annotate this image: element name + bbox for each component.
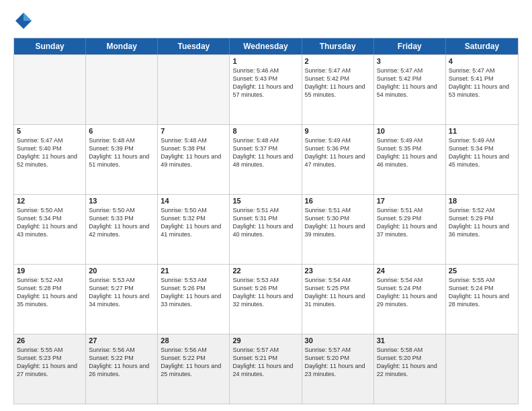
calendar-cell: 6Sunrise: 5:48 AMSunset: 5:39 PMDaylight… [86,125,158,194]
cell-info: Sunrise: 5:50 AMSunset: 5:34 PMDaylight:… [17,207,77,238]
calendar-cell: 7Sunrise: 5:48 AMSunset: 5:38 PMDaylight… [158,125,230,194]
calendar-cell: 28Sunrise: 5:56 AMSunset: 5:22 PMDayligh… [158,334,230,404]
calendar-row: 12Sunrise: 5:50 AMSunset: 5:34 PMDayligh… [14,194,518,264]
cell-info: Sunrise: 5:55 AMSunset: 5:24 PMDaylight:… [449,277,509,308]
day-number: 4 [449,57,515,65]
calendar-cell: 4Sunrise: 5:47 AMSunset: 5:41 PMDaylight… [446,55,518,124]
day-number: 20 [89,267,154,275]
weekday-header: Thursday [302,38,374,54]
cell-info: Sunrise: 5:56 AMSunset: 5:22 PMDaylight:… [161,347,221,377]
day-number: 30 [305,336,371,345]
calendar-cell: 29Sunrise: 5:57 AMSunset: 5:21 PMDayligh… [230,334,302,404]
day-number: 14 [161,197,226,205]
weekday-header: Sunday [14,38,86,54]
calendar-cell: 23Sunrise: 5:54 AMSunset: 5:25 PMDayligh… [302,265,374,334]
day-number: 23 [305,267,371,275]
cell-info: Sunrise: 5:48 AMSunset: 5:37 PMDaylight:… [232,137,293,168]
day-number: 16 [305,197,371,205]
cell-info: Sunrise: 5:53 AMSunset: 5:26 PMDaylight:… [161,277,221,308]
day-number: 17 [377,197,443,205]
cell-info: Sunrise: 5:53 AMSunset: 5:27 PMDaylight:… [89,277,149,308]
day-number: 18 [449,197,515,205]
day-number: 15 [232,197,298,205]
day-number: 3 [377,57,443,65]
day-number: 10 [377,127,443,135]
cell-info: Sunrise: 5:57 AMSunset: 5:21 PMDaylight:… [232,347,293,377]
calendar-body: 1Sunrise: 5:46 AMSunset: 5:43 PMDaylight… [14,54,518,404]
calendar-cell: 3Sunrise: 5:47 AMSunset: 5:42 PMDaylight… [374,55,446,124]
calendar-cell: 12Sunrise: 5:50 AMSunset: 5:34 PMDayligh… [14,195,86,264]
day-number: 13 [89,197,154,205]
calendar-cell [446,334,518,404]
cell-info: Sunrise: 5:46 AMSunset: 5:43 PMDaylight:… [232,67,293,98]
calendar-cell: 15Sunrise: 5:51 AMSunset: 5:31 PMDayligh… [230,195,302,264]
page: SundayMondayTuesdayWednesdayThursdayFrid… [0,0,532,411]
cell-info: Sunrise: 5:50 AMSunset: 5:33 PMDaylight:… [89,207,149,238]
calendar-header: SundayMondayTuesdayWednesdayThursdayFrid… [14,38,518,54]
calendar-cell: 13Sunrise: 5:50 AMSunset: 5:33 PMDayligh… [86,195,158,264]
calendar-row: 5Sunrise: 5:47 AMSunset: 5:40 PMDaylight… [14,124,518,194]
cell-info: Sunrise: 5:51 AMSunset: 5:30 PMDaylight:… [305,207,365,238]
calendar-cell: 20Sunrise: 5:53 AMSunset: 5:27 PMDayligh… [86,265,158,334]
weekday-header: Saturday [446,38,518,54]
day-number: 27 [89,336,154,345]
calendar-cell: 16Sunrise: 5:51 AMSunset: 5:30 PMDayligh… [302,195,374,264]
calendar-cell: 21Sunrise: 5:53 AMSunset: 5:26 PMDayligh… [158,265,230,334]
calendar-row: 1Sunrise: 5:46 AMSunset: 5:43 PMDaylight… [14,54,518,124]
svg-marker-1 [24,13,32,21]
cell-info: Sunrise: 5:56 AMSunset: 5:22 PMDaylight:… [89,347,149,377]
logo-icon [13,11,34,31]
calendar-cell [86,55,158,124]
calendar-cell: 14Sunrise: 5:50 AMSunset: 5:32 PMDayligh… [158,195,230,264]
weekday-header: Friday [374,38,446,54]
calendar-cell: 8Sunrise: 5:48 AMSunset: 5:37 PMDaylight… [230,125,302,194]
cell-info: Sunrise: 5:58 AMSunset: 5:20 PMDaylight:… [377,347,437,377]
day-number: 1 [232,57,298,65]
calendar-row: 26Sunrise: 5:55 AMSunset: 5:23 PMDayligh… [14,334,518,404]
cell-info: Sunrise: 5:55 AMSunset: 5:23 PMDaylight:… [17,347,77,377]
day-number: 25 [449,267,515,275]
calendar-cell [158,55,230,124]
calendar-cell: 31Sunrise: 5:58 AMSunset: 5:20 PMDayligh… [374,334,446,404]
day-number: 28 [161,336,226,345]
cell-info: Sunrise: 5:48 AMSunset: 5:38 PMDaylight:… [161,137,221,168]
calendar-cell [14,55,86,124]
cell-info: Sunrise: 5:47 AMSunset: 5:42 PMDaylight:… [305,67,365,98]
cell-info: Sunrise: 5:47 AMSunset: 5:42 PMDaylight:… [377,67,437,98]
cell-info: Sunrise: 5:53 AMSunset: 5:26 PMDaylight:… [232,277,293,308]
day-number: 7 [161,127,226,135]
calendar-cell: 19Sunrise: 5:52 AMSunset: 5:28 PMDayligh… [14,265,86,334]
day-number: 22 [232,267,298,275]
weekday-header: Tuesday [158,38,230,54]
calendar-cell: 26Sunrise: 5:55 AMSunset: 5:23 PMDayligh… [14,334,86,404]
cell-info: Sunrise: 5:49 AMSunset: 5:34 PMDaylight:… [449,137,509,168]
weekday-header: Monday [86,38,158,54]
calendar-cell: 10Sunrise: 5:49 AMSunset: 5:35 PMDayligh… [374,125,446,194]
logo [13,11,36,31]
calendar-cell: 25Sunrise: 5:55 AMSunset: 5:24 PMDayligh… [446,265,518,334]
calendar-cell: 11Sunrise: 5:49 AMSunset: 5:34 PMDayligh… [446,125,518,194]
cell-info: Sunrise: 5:52 AMSunset: 5:29 PMDaylight:… [449,207,509,238]
day-number: 8 [232,127,298,135]
day-number: 29 [232,336,298,345]
day-number: 6 [89,127,154,135]
calendar-cell: 1Sunrise: 5:46 AMSunset: 5:43 PMDaylight… [230,55,302,124]
day-number: 5 [17,127,83,135]
cell-info: Sunrise: 5:57 AMSunset: 5:20 PMDaylight:… [305,347,365,377]
calendar-cell: 24Sunrise: 5:54 AMSunset: 5:24 PMDayligh… [374,265,446,334]
calendar-row: 19Sunrise: 5:52 AMSunset: 5:28 PMDayligh… [14,264,518,334]
day-number: 26 [17,336,83,345]
cell-info: Sunrise: 5:47 AMSunset: 5:41 PMDaylight:… [449,67,509,98]
calendar-cell: 5Sunrise: 5:47 AMSunset: 5:40 PMDaylight… [14,125,86,194]
day-number: 2 [305,57,371,65]
header [13,11,519,31]
cell-info: Sunrise: 5:51 AMSunset: 5:29 PMDaylight:… [377,207,437,238]
cell-info: Sunrise: 5:54 AMSunset: 5:25 PMDaylight:… [305,277,365,308]
day-number: 21 [161,267,226,275]
cell-info: Sunrise: 5:50 AMSunset: 5:32 PMDaylight:… [161,207,221,238]
day-number: 9 [305,127,371,135]
calendar-cell: 27Sunrise: 5:56 AMSunset: 5:22 PMDayligh… [86,334,158,404]
day-number: 19 [17,267,83,275]
cell-info: Sunrise: 5:48 AMSunset: 5:39 PMDaylight:… [89,137,149,168]
cell-info: Sunrise: 5:49 AMSunset: 5:35 PMDaylight:… [377,137,437,168]
